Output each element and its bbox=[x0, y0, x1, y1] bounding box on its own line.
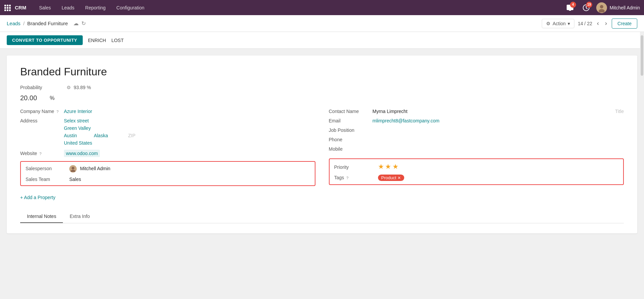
address-label: Address bbox=[20, 118, 64, 123]
sales-team-label: Sales Team bbox=[26, 177, 69, 182]
convert-button[interactable]: CONVERT TO OPPORTUNITY bbox=[7, 35, 83, 45]
cloud-icon[interactable]: ☁ bbox=[73, 20, 79, 27]
website-label: Website ? bbox=[20, 151, 64, 156]
mobile-value[interactable] bbox=[373, 146, 624, 152]
job-position-row: Job Position bbox=[329, 127, 624, 133]
create-button[interactable]: Create bbox=[612, 18, 637, 29]
prev-record-button[interactable]: ‹ bbox=[596, 18, 600, 28]
next-record-button[interactable]: › bbox=[604, 18, 608, 28]
nav-sales[interactable]: Sales bbox=[34, 0, 55, 15]
sales-team-value: Sales bbox=[69, 177, 310, 182]
star-2[interactable]: ★ bbox=[385, 163, 391, 170]
enrich-button[interactable]: ENRICH bbox=[88, 36, 106, 44]
probability-gear-icon[interactable]: ⚙ bbox=[67, 85, 71, 90]
user-menu[interactable]: Mitchell Admin bbox=[596, 2, 640, 13]
probability-value: 93.89 % bbox=[74, 85, 91, 90]
star-1[interactable]: ★ bbox=[378, 163, 384, 170]
tags-row: Tags ? Product ✕ bbox=[334, 175, 619, 181]
salesperson-name[interactable]: Mitchell Admin bbox=[80, 166, 110, 171]
company-name-label: Company Name ? bbox=[20, 109, 64, 114]
nav-configuration[interactable]: Configuration bbox=[112, 0, 149, 15]
help-icon-website: ? bbox=[39, 152, 41, 156]
email-label: Email bbox=[329, 118, 373, 123]
svg-point-10 bbox=[600, 5, 603, 8]
apps-menu-button[interactable] bbox=[4, 4, 11, 11]
address-street[interactable]: Selex street bbox=[64, 118, 89, 123]
main-content: Branded Furniture Probability ⚙ 93.89 % … bbox=[0, 49, 644, 299]
action-label: Action bbox=[553, 21, 566, 26]
tag-remove-button[interactable]: ✕ bbox=[397, 176, 401, 180]
right-column: Contact Name Myrna Limprecht Title Email… bbox=[329, 109, 624, 189]
address-block: Selex street Green Valley Austin Alaska … bbox=[64, 118, 136, 146]
add-property-button[interactable]: + Add a Property bbox=[20, 195, 55, 200]
email-value[interactable]: mlimprecht8@fastcompany.com bbox=[373, 118, 624, 123]
address-city[interactable]: Austin bbox=[64, 133, 77, 138]
svg-point-12 bbox=[72, 167, 74, 170]
title-placeholder[interactable]: Title bbox=[615, 109, 624, 114]
svg-rect-8 bbox=[9, 9, 11, 11]
app-name[interactable]: CRM bbox=[15, 5, 26, 10]
action-button[interactable]: ⚙ Action ▾ bbox=[542, 19, 574, 28]
salesperson-highlight-box: Salesperson Mitchell Admin bbox=[20, 161, 315, 186]
messages-button[interactable]: 4 bbox=[564, 2, 576, 14]
company-name-value[interactable]: Azure Interior bbox=[64, 109, 315, 114]
username: Mitchell Admin bbox=[610, 5, 640, 10]
amount-unit: % bbox=[50, 95, 54, 101]
tab-internal-notes[interactable]: Internal Notes bbox=[20, 210, 63, 223]
activity-badge: 19 bbox=[586, 2, 592, 8]
record-counter: 14 / 22 bbox=[578, 21, 592, 26]
address-country[interactable]: United States bbox=[64, 140, 92, 146]
email-row: Email mlimprecht8@fastcompany.com bbox=[329, 118, 624, 123]
tag-product: Product ✕ bbox=[378, 175, 405, 181]
probability-label: Probability bbox=[20, 85, 64, 90]
website-row: Website ? www.odoo.com bbox=[20, 150, 315, 157]
breadcrumb-parent[interactable]: Leads bbox=[7, 21, 21, 26]
contact-name-value[interactable]: Myrna Limprecht bbox=[373, 109, 602, 114]
address-state[interactable]: Alaska bbox=[94, 133, 108, 138]
amount-input[interactable] bbox=[20, 94, 47, 102]
salesperson-value: Mitchell Admin bbox=[69, 165, 310, 173]
breadcrumb-bar: Leads / Branded Furniture ☁ ↻ ⚙ Action ▾… bbox=[0, 15, 644, 32]
svg-rect-7 bbox=[7, 9, 8, 11]
svg-point-13 bbox=[71, 170, 75, 172]
activity-button[interactable]: 19 bbox=[580, 2, 592, 14]
mobile-label: Mobile bbox=[329, 146, 373, 152]
refresh-icon[interactable]: ↻ bbox=[81, 20, 86, 27]
svg-rect-5 bbox=[9, 7, 11, 9]
salesperson-row: Salesperson Mitchell Admin bbox=[26, 165, 310, 173]
breadcrumb-separator: / bbox=[23, 21, 25, 26]
priority-stars: ★ ★ ★ bbox=[378, 162, 399, 171]
job-position-label: Job Position bbox=[329, 127, 373, 133]
breadcrumb-right: ⚙ Action ▾ 14 / 22 ‹ › Create bbox=[542, 18, 637, 29]
phone-row: Phone bbox=[329, 137, 624, 142]
probability-row: Probability ⚙ 93.89 % bbox=[20, 85, 624, 90]
record-title: Branded Furniture bbox=[20, 66, 624, 78]
svg-rect-6 bbox=[4, 9, 6, 11]
help-icon: ? bbox=[56, 110, 59, 114]
company-name-row: Company Name ? Azure Interior bbox=[20, 109, 315, 114]
tag-name: Product bbox=[381, 175, 396, 180]
tab-extra-info[interactable]: Extra Info bbox=[63, 210, 97, 223]
messages-badge: 4 bbox=[570, 2, 576, 8]
phone-value[interactable] bbox=[373, 137, 624, 142]
nav-right: 4 19 Mitchell Admin bbox=[564, 2, 640, 14]
star-3[interactable]: ★ bbox=[392, 163, 399, 170]
address-zip-placeholder[interactable]: ZIP bbox=[128, 133, 136, 138]
left-column: Company Name ? Azure Interior Address Se… bbox=[20, 109, 315, 189]
nav-leads[interactable]: Leads bbox=[57, 0, 79, 15]
help-icon-tags: ? bbox=[346, 176, 348, 180]
contact-name-row: Contact Name Myrna Limprecht Title bbox=[329, 109, 624, 114]
mobile-row: Mobile bbox=[329, 146, 624, 152]
lost-button[interactable]: LOST bbox=[111, 36, 124, 44]
address-city-area[interactable]: Green Valley bbox=[64, 125, 91, 131]
scrollbar-thumb[interactable] bbox=[641, 35, 643, 76]
job-position-value[interactable] bbox=[373, 127, 624, 133]
nav-reporting[interactable]: Reporting bbox=[80, 0, 110, 15]
gear-icon: ⚙ bbox=[546, 21, 551, 26]
phone-label: Phone bbox=[329, 137, 373, 142]
tags-label: Tags ? bbox=[334, 175, 378, 180]
sales-team-row: Sales Team Sales bbox=[26, 177, 310, 182]
website-value[interactable]: www.odoo.com bbox=[64, 150, 100, 157]
chevron-down-icon: ▾ bbox=[568, 21, 570, 26]
record-card: Branded Furniture Probability ⚙ 93.89 % … bbox=[7, 55, 637, 233]
